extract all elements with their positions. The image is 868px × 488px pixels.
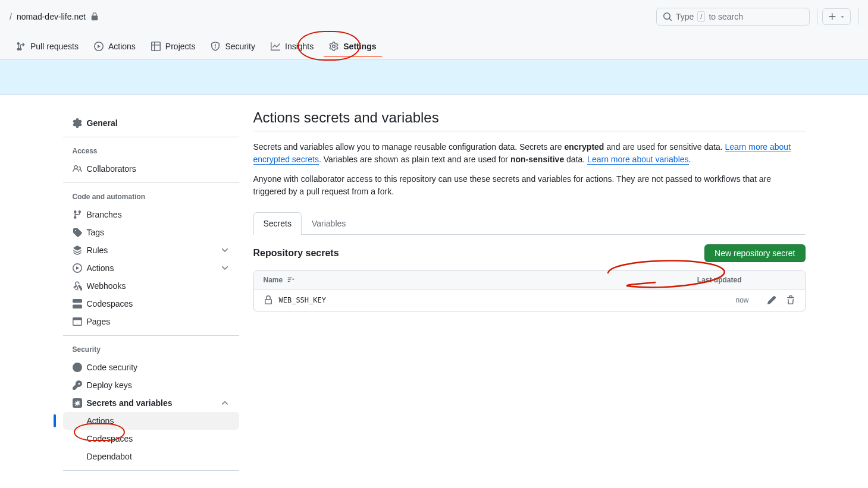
chevron-down-icon	[220, 245, 230, 255]
column-name[interactable]: Name	[264, 276, 295, 284]
git-pull-request-icon	[16, 42, 26, 51]
topbar-divider-2	[858, 8, 858, 25]
tab-pull-requests[interactable]: Pull requests	[10, 36, 85, 56]
lock-icon	[264, 295, 273, 305]
key-asterisk-icon	[73, 398, 82, 408]
chevron-up-icon	[220, 398, 230, 408]
key-icon	[73, 380, 82, 390]
search-placeholder-pre: Type	[676, 12, 694, 21]
sidebar-secrets-actions[interactable]: Actions	[63, 412, 239, 430]
description-1: Secrets and variables allow you to manag…	[253, 141, 806, 166]
people-icon	[73, 164, 82, 174]
sidebar-codespaces[interactable]: Codespaces	[63, 295, 239, 313]
info-banner	[0, 59, 868, 95]
codescan-icon	[73, 363, 82, 372]
stack-icon	[73, 245, 82, 255]
sidebar-general[interactable]: General	[63, 114, 239, 132]
trash-icon[interactable]	[786, 295, 795, 305]
tab-secrets[interactable]: Secrets	[253, 212, 302, 235]
sidebar-tags[interactable]: Tags	[63, 223, 239, 241]
tab-label: Projects	[165, 42, 196, 51]
codespaces-icon	[73, 299, 82, 308]
tab-variables[interactable]: Variables	[302, 212, 356, 234]
link-variables[interactable]: Learn more about variables	[587, 155, 688, 165]
browser-icon	[73, 317, 82, 326]
title-divider	[253, 131, 806, 131]
search-placeholder-post: to search	[709, 12, 743, 21]
pencil-icon[interactable]	[767, 295, 776, 305]
lock-icon	[90, 12, 99, 21]
tab-label: Settings	[343, 42, 376, 51]
tag-icon	[73, 228, 82, 237]
table-icon	[151, 42, 161, 51]
gear-icon	[73, 118, 82, 128]
sidebar-deploy-keys[interactable]: Deploy keys	[63, 376, 239, 394]
sort-icon	[286, 276, 294, 284]
tab-insights[interactable]: Insights	[264, 36, 320, 56]
repo-name[interactable]: nomad-dev-life.net	[17, 12, 86, 21]
plus-icon	[828, 12, 837, 21]
sidebar-code-security[interactable]: Code security	[63, 358, 239, 376]
sidebar-collaborators[interactable]: Collaborators	[63, 160, 239, 178]
secret-name: WEB_SSH_KEY	[279, 296, 326, 304]
webhook-icon	[73, 281, 82, 291]
tab-label: Pull requests	[30, 42, 79, 51]
git-branch-icon	[73, 210, 82, 219]
play-icon	[73, 263, 82, 273]
create-new-button[interactable]	[822, 8, 851, 25]
page-title: Actions secrets and variables	[253, 109, 806, 126]
repository-secrets-heading: Repository secrets	[253, 248, 339, 259]
sidebar-actions[interactable]: Actions	[63, 259, 239, 277]
search-icon	[663, 12, 672, 21]
triangle-down-icon	[839, 14, 845, 20]
sidebar-secrets-dependabot[interactable]: Dependabot	[63, 448, 239, 465]
topbar-divider	[817, 8, 817, 25]
sidebar-webhooks[interactable]: Webhooks	[63, 277, 239, 295]
shield-icon	[211, 42, 220, 51]
sidebar-secrets-codespaces[interactable]: Codespaces	[63, 430, 239, 448]
tab-label: Security	[225, 42, 255, 51]
secret-updated: now	[735, 296, 748, 304]
graph-icon	[271, 42, 280, 51]
description-2: Anyone with collaborator access to this …	[253, 173, 806, 198]
sidebar-heading-security: Security	[63, 341, 239, 358]
new-repository-secret-button[interactable]: New repository secret	[704, 244, 805, 262]
column-last-updated: Last updated	[697, 276, 795, 284]
tab-label: Insights	[285, 42, 314, 51]
sidebar-heading-code: Code and automation	[63, 188, 239, 206]
secret-row: WEB_SSH_KEY now	[254, 289, 805, 311]
sidebar-rules[interactable]: Rules	[63, 241, 239, 259]
sidebar-branches[interactable]: Branches	[63, 206, 239, 223]
gear-icon	[329, 42, 339, 51]
tab-label: Actions	[108, 42, 136, 51]
search-input[interactable]: Type / to search	[656, 8, 810, 26]
sidebar-heading-access: Access	[63, 142, 239, 160]
chevron-down-icon	[220, 263, 230, 273]
tab-settings[interactable]: Settings	[322, 36, 383, 56]
play-icon	[94, 42, 104, 51]
tab-projects[interactable]: Projects	[145, 36, 202, 56]
tab-actions[interactable]: Actions	[87, 36, 142, 56]
breadcrumb-separator: /	[10, 12, 12, 21]
sidebar-secrets-and-variables[interactable]: Secrets and variables	[63, 394, 239, 412]
sidebar-pages[interactable]: Pages	[63, 313, 239, 330]
tab-security[interactable]: Security	[204, 36, 262, 56]
secrets-table: Name Last updated WEB_SSH_KEY now	[253, 270, 806, 311]
search-kbd: /	[697, 11, 705, 22]
